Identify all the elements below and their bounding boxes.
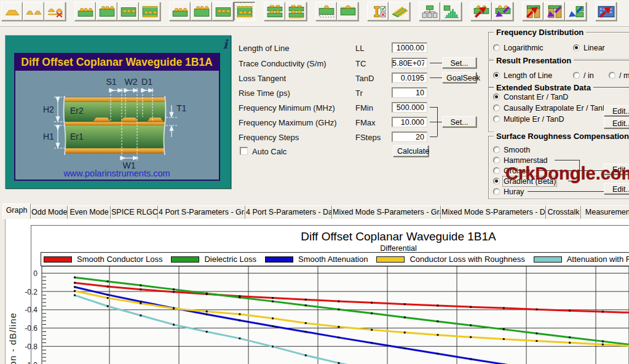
substrate-edit-button-1[interactable]: Edit... [604, 105, 629, 116]
slabB-icon [98, 5, 116, 18]
tab-4-port-s-parameters-data[interactable]: 4 Port S-Parameters - Data [245, 205, 332, 219]
radio-gradient-beta[interactable] [493, 178, 500, 184]
tab-mixed-mode-s-parameters-graph[interactable]: Mixed Mode S-Parameters - Graph [332, 205, 441, 219]
action-export-stackup-button[interactable] [544, 2, 565, 21]
stack2-icon [288, 5, 305, 18]
structure-surface-coplanar-2-button[interactable] [96, 2, 117, 21]
conductivity-set-button[interactable]: Set... [442, 57, 477, 68]
tab-mixed-mode-s-parameters-data[interactable]: Mixed Mode S-Parameters - Data [441, 205, 546, 219]
structure-coated-microstrip-2-button[interactable] [337, 2, 358, 21]
field-label: Length of Line [239, 44, 289, 53]
structure-covered-coplanar-button[interactable] [139, 2, 160, 21]
radio-hammerstad[interactable] [493, 157, 500, 164]
toolbar-group [367, 2, 410, 21]
action-import-stackup-button[interactable] [522, 2, 544, 21]
tool-3d-view-button[interactable] [389, 2, 410, 21]
radio-label[interactable]: Multiple Er / TanD [504, 115, 564, 124]
calculate-button[interactable]: Calculate [393, 145, 429, 157]
auto-calc-checkbox[interactable] [240, 147, 248, 155]
field-symbol: LL [355, 44, 364, 53]
radio-label[interactable]: Causally Extrapolate Er / TanD [504, 104, 608, 113]
freq-max-input[interactable] [392, 117, 427, 127]
tab-even-mode[interactable]: Even Mode [68, 205, 111, 219]
auto-calc-label: Auto Calc [252, 147, 287, 156]
radio-causally-extrapolate[interactable] [493, 105, 500, 111]
freq-steps-input[interactable] [392, 132, 427, 142]
toolbar-group [595, 2, 617, 21]
radio-label[interactable]: Constant Er / TanD [504, 93, 568, 101]
structure-dual-stripline-1-button[interactable] [264, 2, 285, 21]
action-transfer-data-button[interactable] [565, 2, 587, 21]
slabC-icon [120, 5, 137, 18]
trap2-icon [25, 5, 42, 18]
structure-single-trace-button[interactable] [1, 2, 23, 21]
radio-per-inch[interactable] [573, 72, 580, 79]
radio-label[interactable]: / in [584, 71, 594, 80]
structure-dual-stripline-2-button[interactable] [285, 2, 307, 21]
radio-linear[interactable] [573, 44, 580, 51]
structure-traces-disabled-button[interactable] [44, 2, 66, 21]
loss-tangent-input[interactable] [392, 73, 427, 83]
polar-instruments-link[interactable]: www.polarinstruments.com [63, 168, 170, 178]
chart-legend: Smooth Conductor LossDielectric LossSmoo… [41, 252, 629, 266]
radio-label[interactable]: Linear [584, 44, 605, 52]
trace-conductivity-input[interactable] [392, 58, 427, 68]
field-symbol: FSteps [355, 133, 381, 142]
legend-swatch [44, 256, 72, 263]
structure-offset-coplanar-3-button[interactable] [212, 2, 234, 21]
structure-embedded-coplanar-button[interactable] [117, 2, 139, 21]
field-symbol: Tr [355, 89, 363, 98]
radio-label[interactable]: Smooth [504, 146, 530, 154]
rise-time-input[interactable] [392, 87, 427, 98]
radio-groisse[interactable] [493, 167, 500, 174]
toolbar-group [1, 2, 66, 21]
radio-multiple-er-tand[interactable] [493, 116, 500, 122]
tab-crosstalk[interactable]: Crosstalk [546, 205, 581, 219]
tab-4-port-s-parameters-graph[interactable]: 4 Port S-Parameters - Graph [158, 205, 245, 219]
roughness-edit-button-2[interactable]: Edit... [604, 183, 629, 194]
radio-constant-er-tand[interactable] [493, 93, 500, 100]
orgchart-icon [421, 5, 438, 18]
tool-statistical-analysis-button[interactable] [440, 2, 462, 21]
radio-label[interactable]: Length of Line [504, 71, 552, 80]
radio-label[interactable]: / m [619, 71, 629, 80]
tab-odd-mode[interactable]: Odd Mode [31, 205, 68, 219]
radio-logarithmic[interactable] [493, 44, 500, 51]
action-export-structure-button[interactable] [492, 2, 513, 21]
group-title: Extended Substrate Data [494, 83, 593, 92]
tool-via-check-button[interactable] [367, 2, 389, 21]
strip2-icon [339, 5, 357, 18]
slabB-icon [193, 5, 210, 18]
legend-swatch [534, 256, 562, 263]
radio-label[interactable]: Huray [504, 188, 524, 196]
radio-huray[interactable] [493, 188, 500, 195]
structure-coupled-traces-button[interactable] [23, 2, 44, 21]
radio-length-of-line[interactable] [493, 72, 500, 79]
field-label: Trace Conductivity (S/m) [239, 59, 326, 68]
substrate-edit-button-2[interactable]: Edit... [604, 117, 629, 129]
action-import-structure-button[interactable] [470, 2, 492, 21]
structure-diff-offset-coplanar-selected-button[interactable] [234, 2, 255, 21]
toolbar-group [74, 2, 160, 21]
tab-graph[interactable]: Graph [2, 204, 31, 219]
radio-label[interactable]: Logarithmic [504, 44, 544, 52]
radio-smooth[interactable] [493, 146, 500, 153]
toolbar-group [264, 2, 307, 21]
radio-per-metre[interactable] [609, 72, 615, 79]
legend-label: Smooth Attenuation [298, 255, 368, 264]
structure-coated-microstrip-1-button[interactable] [315, 2, 337, 21]
tab-measurement[interactable]: Measurement [581, 205, 629, 219]
info-icon[interactable]: i [223, 37, 229, 52]
frequency-set-button[interactable]: Set... [442, 116, 477, 127]
tab-spice-rlgc[interactable]: SPICE RLGC [111, 205, 158, 219]
length-of-line-input[interactable] [392, 42, 427, 53]
tool-project-structure-button[interactable] [419, 2, 440, 21]
structure-surface-coplanar-1-button[interactable] [74, 2, 96, 21]
legend-item: Attenuation with Roughness [534, 255, 629, 264]
structure-offset-coplanar-2-button[interactable] [191, 2, 212, 21]
goalseek-button[interactable]: GoalSeek [442, 72, 477, 83]
tool-board-export-button[interactable] [595, 2, 617, 21]
dim-h1: H1 [43, 132, 54, 141]
structure-offset-coplanar-1-button[interactable] [169, 2, 191, 21]
freq-min-input[interactable] [392, 102, 427, 113]
